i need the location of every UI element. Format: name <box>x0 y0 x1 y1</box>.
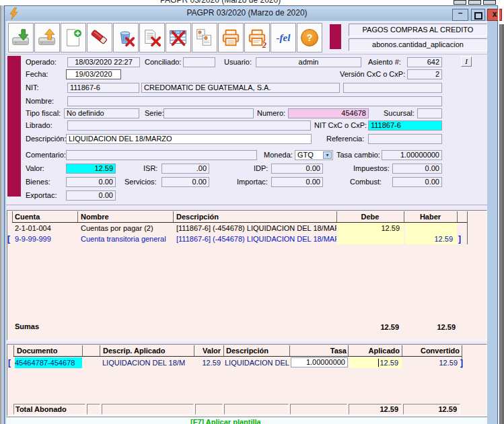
conciliado-field[interactable] <box>183 57 215 67</box>
disk-export-up-arrow-icon <box>37 27 57 48</box>
toolbar-print-alt-button[interactable]: 2 <box>244 23 270 52</box>
total-convertido-cell: 12.59 <box>403 404 460 415</box>
version-cxc-field[interactable]: 2 <box>407 69 442 79</box>
background-window-strip: PAGPR 03/2020 (Marzo de 2020) <box>0 0 504 5</box>
maximize-glyph <box>474 12 482 20</box>
info-button[interactable]: I <box>461 57 472 67</box>
applied-header-descripcion[interactable]: Descripción <box>226 347 268 355</box>
background-window-button-fragment <box>454 0 466 5</box>
toolbar-new-record-button[interactable] <box>61 23 86 52</box>
nombre-cell: Cuenta transitoria general <box>81 234 172 244</box>
column-separator <box>457 211 458 223</box>
librado-label: Librado: <box>26 121 52 129</box>
close-button[interactable]: x <box>487 9 502 21</box>
toolbar-copy-records-button[interactable] <box>192 23 217 52</box>
bienes-field[interactable]: 0.00 <box>66 177 116 187</box>
applied-header-valor[interactable]: Valor <box>187 347 221 355</box>
razon-social-field[interactable]: CREDOMATIC DE GUATEMALA, S.A. <box>141 83 340 93</box>
applied-header-descrip-aplicado[interactable]: Descrip. Aplicado <box>103 347 166 355</box>
aplicado-cell[interactable]: 12.59 <box>349 357 402 368</box>
combust-label: Combust: <box>350 178 382 186</box>
column-separator <box>404 211 404 223</box>
toolbar-delete-grid-button[interactable] <box>166 23 191 52</box>
combust-field[interactable]: 0.00 <box>392 177 442 187</box>
disk-save-down-arrow-icon <box>11 27 31 48</box>
nit-cxc-field[interactable]: 111867-6 <box>368 120 442 131</box>
tasa-cambio-field[interactable]: 1.00000000 <box>382 150 442 160</box>
librado-field[interactable] <box>67 120 311 131</box>
debe-cell[interactable]: 12.59 <box>337 223 404 234</box>
usuario-field[interactable]: admin <box>256 57 361 67</box>
column-separator <box>173 211 174 223</box>
isr-field[interactable]: .00 <box>161 164 209 174</box>
toolbar-delete-record-button[interactable] <box>113 23 139 52</box>
toolbar-delete-document-button[interactable] <box>139 23 165 52</box>
minimize-button[interactable]: – <box>452 9 468 21</box>
toolbar-erase-button[interactable] <box>87 23 112 52</box>
text-cursor: 12.59 <box>378 359 398 367</box>
nit-field[interactable]: 111867-6 <box>67 83 139 93</box>
descripcion-cell: LIQUIDACION DEL 1 <box>225 358 289 368</box>
convertido-cell: 12.59 <box>403 358 458 368</box>
nombre-field[interactable] <box>67 96 442 106</box>
referencia-field[interactable] <box>368 134 442 144</box>
toolbar-export-button[interactable] <box>34 23 60 52</box>
nit-extra-field[interactable] <box>343 83 442 93</box>
question-mark-icon: ? <box>301 29 318 46</box>
idp-field[interactable]: 0.00 <box>271 164 323 174</box>
column-separator <box>13 345 14 357</box>
accounts-header-haber[interactable]: Haber <box>404 213 457 221</box>
applied-header-underline <box>13 356 462 357</box>
total-cell <box>87 404 100 415</box>
serie-field[interactable] <box>164 108 254 118</box>
servicios-field[interactable]: 0.00 <box>161 177 209 187</box>
window-title: PAGPR 03/2020 (Marzo de 2020) <box>0 8 494 17</box>
applied-header-aplicado[interactable]: Aplicado <box>349 347 400 355</box>
toolbar-fel-button[interactable]: -fel <box>271 23 296 52</box>
table-row[interactable]: 9-9-99-999 Cuenta transitoria general [1… <box>7 234 468 244</box>
applied-header-tasa[interactable]: Tasa <box>291 347 347 355</box>
sucursal-field[interactable] <box>417 108 442 118</box>
haber-cell[interactable]: 12.59 <box>405 234 457 244</box>
fecha-field[interactable]: 19/03/2020 <box>66 69 121 79</box>
tasa-cell[interactable]: 1.00000000 <box>291 357 348 367</box>
debe-value <box>337 234 400 244</box>
asiento-field[interactable]: 642 <box>407 57 442 67</box>
descripcion-field[interactable]: LIQUIDACION DEL 18/MARZO <box>66 134 312 144</box>
tipo-fiscal-label: Tipo fiscal: <box>26 109 61 117</box>
chevron-down-icon[interactable]: ▾ <box>323 151 332 159</box>
applied-header-convertido[interactable]: Convertido <box>403 347 460 355</box>
exportac-field[interactable]: 0.00 <box>66 190 116 201</box>
debe-cell[interactable] <box>337 234 404 244</box>
numero-field[interactable]: 454678 <box>288 108 369 118</box>
accounts-header-nombre[interactable]: Nombre <box>81 213 109 221</box>
referencia-label: Referencia: <box>326 135 364 143</box>
impuestos-field[interactable]: 0.00 <box>392 164 442 174</box>
column-separator <box>12 211 13 223</box>
servicios-label: Servicios: <box>124 178 157 186</box>
toolbar-save-button[interactable] <box>8 23 34 52</box>
accounts-header-debe[interactable]: Debe <box>336 213 404 221</box>
accounts-header-cuenta[interactable]: Cuenta <box>15 213 40 221</box>
comentario-field[interactable] <box>66 150 257 160</box>
table-row[interactable]: 2-1-01-004 Cuentas por pagar (2) [111867… <box>7 223 468 234</box>
moneda-select[interactable]: GTQ ▾ <box>295 150 333 160</box>
maximize-button[interactable] <box>471 9 485 21</box>
operado-field[interactable]: 18/03/2020 22:27 <box>67 57 140 67</box>
accounts-header-descripcion[interactable]: Descripción <box>176 213 219 221</box>
idp-label: IDP: <box>254 164 268 172</box>
document-delete-icon <box>142 27 162 48</box>
toolbar-print-button[interactable] <box>218 23 244 52</box>
valor-field[interactable]: 12.59 <box>66 164 116 174</box>
applied-header-documento[interactable]: Documento <box>17 347 58 355</box>
haber-cell[interactable] <box>405 223 457 234</box>
table-row[interactable]: 45464787-454678 LIQUIDACION DEL 18/M 12.… <box>8 357 463 368</box>
status-hint: [F7] Aplicar plantilla <box>190 418 261 424</box>
nombre-label: Nombre: <box>26 97 54 105</box>
tipo-fiscal-field[interactable]: No definido <box>64 108 139 118</box>
toolbar-help-button[interactable]: ? <box>297 23 322 52</box>
importac-field[interactable]: 0.00 <box>271 177 323 187</box>
documento-cell[interactable]: 45464787-454678 <box>15 357 82 368</box>
cuenta-cell: 2-1-01-004 <box>15 223 77 234</box>
total-cell <box>290 404 347 415</box>
